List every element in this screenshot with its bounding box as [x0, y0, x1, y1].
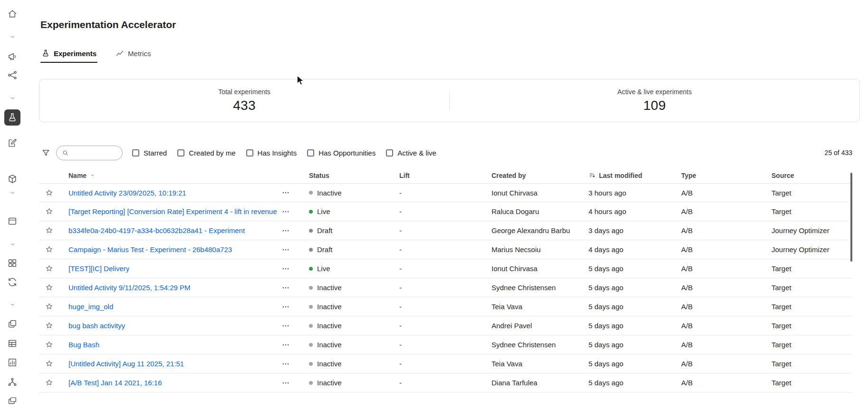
- table-header-row: Name Status Lift Created by Last modifie…: [39, 167, 852, 183]
- experiment-name-link[interactable]: [Target Reporting] [Conversion Rate] Exp…: [68, 207, 277, 215]
- column-header-name[interactable]: Name: [68, 172, 309, 179]
- experiment-name-link[interactable]: Bug Bash: [68, 341, 99, 349]
- rail-item-chevron-down[interactable]: [4, 29, 20, 45]
- more-icon: [281, 341, 290, 349]
- rail-item-home[interactable]: [4, 6, 20, 22]
- chevron-down-icon: [9, 95, 16, 102]
- star-cell: [39, 282, 68, 293]
- rail-item-chevron-down[interactable]: [4, 185, 20, 201]
- star-button[interactable]: [44, 187, 55, 198]
- table-row: Campaign - Marius Test - Experiment - 26…: [39, 240, 852, 259]
- star-cell: [39, 339, 68, 350]
- rail-item-copy[interactable]: [4, 316, 20, 332]
- star-button[interactable]: [44, 206, 55, 217]
- experiment-name-link[interactable]: [A/B Test] Jan 14 2021, 16:16: [68, 379, 162, 387]
- column-header-created-by[interactable]: Created by: [492, 172, 588, 179]
- filter-button[interactable]: [39, 146, 52, 159]
- checkbox-icon: [132, 149, 139, 157]
- experiment-name-link[interactable]: [Untitled Activity] Aug 11 2025, 21:51: [68, 360, 184, 368]
- filter-checkbox-created-by-me[interactable]: Created by me: [177, 149, 235, 157]
- tab-metrics[interactable]: Metrics: [115, 44, 152, 63]
- filter-checkbox-starred[interactable]: Starred: [132, 149, 167, 157]
- column-header-last-modified[interactable]: Last modified: [588, 172, 681, 179]
- more-actions-button[interactable]: [280, 340, 292, 350]
- table-row: b334fe0a-24b0-4197-a334-bc0632b28a41 - E…: [39, 221, 852, 240]
- name-cell: b334fe0a-24b0-4197-a334-bc0632b28a41 - E…: [68, 225, 309, 236]
- column-header-lift[interactable]: Lift: [399, 172, 492, 179]
- column-header-status[interactable]: Status: [309, 172, 399, 179]
- star-button[interactable]: [44, 377, 55, 388]
- rail-item-layers[interactable]: [4, 393, 20, 409]
- star-cell: [39, 377, 68, 388]
- more-actions-button[interactable]: [280, 283, 292, 293]
- star-cell: [39, 263, 68, 274]
- created-by-cell: Sydnee Christensen: [492, 341, 588, 349]
- rail-item-table[interactable]: [4, 335, 20, 352]
- name-cell: [Target Reporting] [Conversion Rate] Exp…: [68, 206, 309, 217]
- rail-item-megaphone[interactable]: [4, 49, 20, 65]
- rail-item-chevron-down[interactable]: [4, 236, 20, 252]
- experiment-name-link[interactable]: huge_img_old: [68, 303, 113, 311]
- more-actions-button[interactable]: [280, 225, 292, 236]
- rail-item-network[interactable]: [4, 374, 20, 390]
- experiment-name-link[interactable]: Untitled Activity 23/09/2025, 10:19:21: [68, 189, 186, 197]
- more-actions-button[interactable]: [280, 206, 292, 217]
- lift-cell: -: [399, 189, 492, 197]
- experiment-name-link[interactable]: Campaign - Marius Test - Experiment - 26…: [68, 245, 232, 254]
- status-cell: Inactive: [309, 322, 399, 330]
- star-button[interactable]: [44, 358, 55, 369]
- status-dot: [309, 381, 313, 385]
- star-icon: [45, 226, 54, 235]
- star-button[interactable]: [44, 339, 55, 350]
- experiment-name-link[interactable]: b334fe0a-24b0-4197-a334-bc0632b28a41 - E…: [68, 226, 245, 235]
- more-actions-button[interactable]: [280, 359, 292, 369]
- star-cell: [39, 358, 68, 369]
- checkbox-icon: [386, 149, 393, 157]
- rail-item-panel[interactable]: [4, 213, 20, 229]
- search-input[interactable]: [72, 149, 117, 157]
- experiment-name-link[interactable]: Untitled Activity 9/11/2025, 1:54:29 PM: [68, 284, 191, 292]
- more-actions-button[interactable]: [280, 378, 292, 388]
- rail-item-grid[interactable]: [4, 255, 20, 271]
- star-button[interactable]: [44, 301, 55, 312]
- stat-value: 433: [233, 98, 256, 113]
- experiment-name-link[interactable]: [TEST][IC] Delivery: [68, 264, 129, 273]
- scrollbar-thumb[interactable]: [850, 173, 852, 262]
- rail-item-bar-chart[interactable]: [4, 354, 20, 371]
- more-actions-button[interactable]: [280, 302, 292, 312]
- column-header-source[interactable]: Source: [772, 172, 852, 179]
- network-icon: [7, 377, 18, 387]
- more-actions-button[interactable]: [280, 187, 292, 198]
- column-header-type[interactable]: Type: [681, 172, 772, 179]
- name-cell: [A/B Test] Jan 14 2021, 16:16: [68, 378, 309, 388]
- filter-checkbox-active-live[interactable]: Active & live: [386, 149, 436, 157]
- status-label: Draft: [317, 245, 333, 254]
- last-modified-cell: 4 hours ago: [588, 207, 681, 215]
- rail-item-chevron-down[interactable]: [4, 90, 20, 106]
- rail-item-chevron-down[interactable]: [4, 296, 20, 313]
- more-icon: [281, 207, 290, 216]
- filter-checkbox-has-opportunities[interactable]: Has Opportunities: [307, 149, 376, 157]
- filter-checkbox-has-insights[interactable]: Has Insights: [246, 149, 297, 157]
- rail-item-flask[interactable]: [4, 109, 20, 126]
- checkbox-icon: [246, 149, 253, 157]
- experiments-table: Name Status Lift Created by Last modifie…: [39, 167, 852, 392]
- rail-item-sync[interactable]: [4, 274, 20, 290]
- star-button[interactable]: [44, 320, 55, 331]
- more-actions-button[interactable]: [280, 245, 292, 255]
- status-cell: Draft: [309, 245, 399, 254]
- star-button[interactable]: [44, 244, 55, 255]
- more-actions-button[interactable]: [280, 264, 292, 274]
- source-cell: Target: [772, 207, 852, 215]
- chevron-down-icon: [9, 241, 16, 248]
- search-box[interactable]: [56, 146, 123, 160]
- tab-experiments[interactable]: Experiments: [40, 44, 97, 63]
- star-button[interactable]: [44, 263, 55, 274]
- experiment-name-link[interactable]: bug bash activityy: [68, 322, 125, 330]
- more-actions-button[interactable]: [280, 321, 292, 331]
- star-button[interactable]: [44, 225, 55, 236]
- rail-item-workflow[interactable]: [4, 67, 20, 83]
- created-by-cell: Teia Vava: [492, 360, 588, 368]
- star-button[interactable]: [44, 282, 55, 293]
- rail-item-compose[interactable]: [4, 135, 20, 151]
